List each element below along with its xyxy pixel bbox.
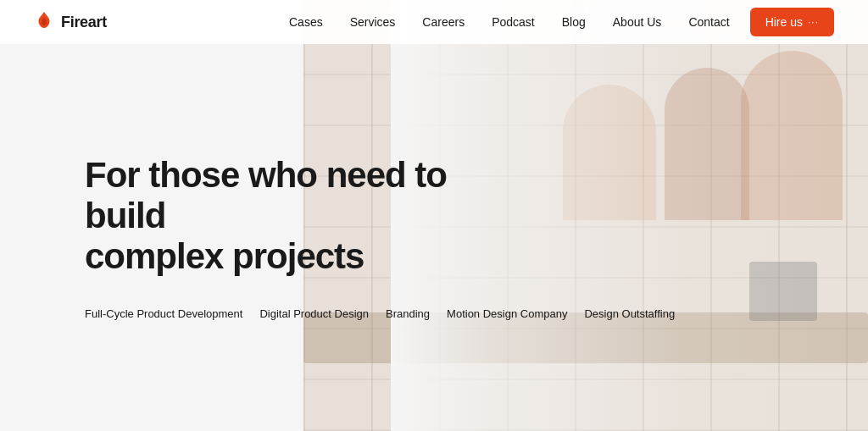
nav-item-blog[interactable]: Blog: [562, 15, 586, 29]
nav-item-about[interactable]: About Us: [613, 15, 662, 29]
hero-services-list: Full-Cycle Product Development Digital P…: [85, 307, 868, 320]
service-digital-design[interactable]: Digital Product Design: [259, 307, 369, 320]
nav-item-cases[interactable]: Cases: [289, 15, 323, 29]
hero-title-line2: complex projects: [85, 236, 364, 276]
nav-item-careers[interactable]: Careers: [422, 15, 465, 29]
hero-title: For those who need to build complex proj…: [85, 155, 526, 278]
nav-item-services[interactable]: Services: [350, 15, 396, 29]
service-motion[interactable]: Motion Design Company: [447, 307, 567, 320]
logo-text: Fireart: [61, 14, 107, 31]
main-nav: Cases Services Careers Podcast Blog Abou…: [289, 15, 730, 29]
service-outstaffing[interactable]: Design Outstaffing: [584, 307, 675, 320]
hire-us-button[interactable]: Hire us ···: [750, 8, 834, 36]
service-full-cycle[interactable]: Full-Cycle Product Development: [85, 307, 242, 320]
hire-us-label: Hire us: [765, 15, 803, 29]
header: Fireart Cases Services Careers Podcast B…: [0, 0, 868, 44]
nav-item-podcast[interactable]: Podcast: [492, 15, 535, 29]
nav-item-contact[interactable]: Contact: [688, 15, 729, 29]
page-wrapper: Fireart Cases Services Careers Podcast B…: [0, 0, 868, 431]
hero-section: For those who need to build complex proj…: [0, 0, 868, 431]
fireart-logo-icon: [34, 10, 54, 34]
service-branding[interactable]: Branding: [386, 307, 430, 320]
hero-title-line1: For those who need to build: [85, 155, 447, 235]
logo-area[interactable]: Fireart: [34, 10, 107, 34]
hire-us-dots: ···: [808, 16, 819, 28]
